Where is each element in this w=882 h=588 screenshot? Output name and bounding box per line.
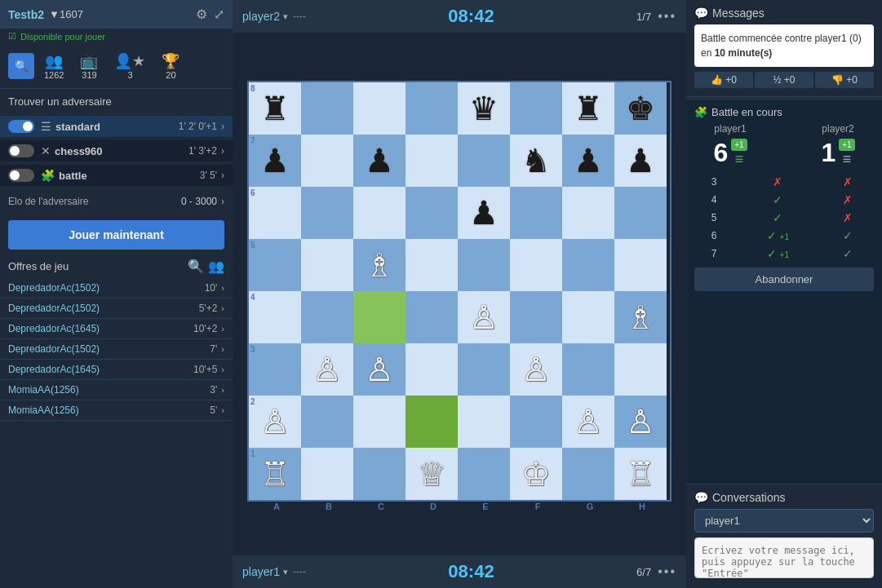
board-cell[interactable]: 1♖ xyxy=(249,448,301,500)
board-cell[interactable]: 8♜ xyxy=(249,82,301,135)
board-cell[interactable]: ♚ xyxy=(614,82,667,135)
board-cell[interactable] xyxy=(406,82,458,135)
board-cell[interactable] xyxy=(510,291,562,343)
board-cell[interactable] xyxy=(406,396,458,448)
board-cell[interactable]: 4 xyxy=(249,291,301,343)
expand-icon[interactable]: ⤢ xyxy=(214,7,224,22)
offer-item[interactable]: DepredadorAc(1645) 10'+5 › xyxy=(0,360,233,380)
board-cell[interactable] xyxy=(562,291,614,343)
board-cell[interactable] xyxy=(458,343,510,396)
board-cell[interactable]: ♙ xyxy=(614,396,667,448)
offer-item[interactable]: MomiaAA(1256) 3' › xyxy=(0,380,233,400)
dislike-button[interactable]: 👎 +0 xyxy=(815,72,874,88)
offer-item[interactable]: DepredadorAc(1502) 10' › xyxy=(0,278,233,298)
offer-item[interactable]: DepredadorAc(1502) 7' › xyxy=(0,339,233,360)
abandon-button[interactable]: Abandonner xyxy=(694,267,874,291)
trophy-nav[interactable]: 🏆 20 xyxy=(155,49,186,83)
tv-nav[interactable]: 📺 319 xyxy=(73,49,104,83)
add-offer-icon[interactable]: 👥 xyxy=(208,259,224,274)
board-cell[interactable] xyxy=(301,135,353,187)
mode-chess960[interactable]: ✕ chess960 1' 3'+2 › xyxy=(0,140,233,161)
offer-arrow: › xyxy=(221,283,224,293)
search-button[interactable]: 🔍 xyxy=(8,53,34,79)
board-cell[interactable]: ♕ xyxy=(406,448,458,500)
offer-item[interactable]: DepredadorAc(1502) 5'+2 › xyxy=(0,298,233,319)
board-cell[interactable]: ♔ xyxy=(510,448,562,500)
board-cell[interactable]: ♖ xyxy=(614,448,667,500)
board-cell[interactable] xyxy=(458,135,510,187)
board-cell[interactable] xyxy=(562,187,614,239)
offer-item[interactable]: DepredadorAc(1645) 10'+2 › xyxy=(0,319,233,339)
board-cell[interactable]: ♟ xyxy=(614,135,667,187)
board-cell[interactable] xyxy=(406,187,458,239)
board-cell[interactable] xyxy=(301,448,353,500)
board-cell[interactable]: ♙ xyxy=(562,396,614,448)
board-cell[interactable] xyxy=(353,187,406,239)
play-button[interactable]: Jouer maintenant xyxy=(8,220,224,250)
board-cell[interactable] xyxy=(301,187,353,239)
board-cell[interactable] xyxy=(301,239,353,291)
friends-nav[interactable]: 👥 1262 xyxy=(38,49,70,83)
user-star-nav[interactable]: 👤★ 3 xyxy=(108,49,152,83)
board-cell[interactable]: ♙ xyxy=(510,343,562,396)
mode-battle[interactable]: 🧩 battle 3' 5' › xyxy=(0,165,233,186)
board-cell[interactable] xyxy=(510,82,562,135)
board-cell[interactable] xyxy=(353,82,406,135)
board-cell[interactable]: 6 xyxy=(249,187,301,239)
toggle-battle[interactable] xyxy=(8,169,34,182)
board-cell[interactable] xyxy=(353,396,406,448)
board-cell[interactable] xyxy=(406,135,458,187)
board-cell[interactable]: ♟ xyxy=(353,135,406,187)
board-cell[interactable] xyxy=(458,448,510,500)
board-cell[interactable] xyxy=(562,448,614,500)
board-cell[interactable]: ♟ xyxy=(458,187,510,239)
board-cell[interactable] xyxy=(458,239,510,291)
board-cell[interactable]: ♙ xyxy=(458,291,510,343)
board-cell[interactable] xyxy=(614,187,667,239)
board-cell[interactable]: ♗ xyxy=(614,291,667,343)
board-cell[interactable] xyxy=(614,343,667,396)
board-cell[interactable] xyxy=(510,239,562,291)
separator xyxy=(686,96,882,97)
board-cell[interactable] xyxy=(353,448,406,500)
board-cell[interactable] xyxy=(458,396,510,448)
board-cell[interactable] xyxy=(562,239,614,291)
board-cell[interactable]: ♛ xyxy=(458,82,510,135)
board-cell[interactable] xyxy=(406,291,458,343)
board-cell[interactable]: ♗ xyxy=(353,239,406,291)
board-cell[interactable]: ♜ xyxy=(562,82,614,135)
board-cell[interactable] xyxy=(510,187,562,239)
half-button[interactable]: ½ +0 xyxy=(755,72,813,88)
board-cell[interactable]: ♙ xyxy=(353,343,406,396)
board-cell[interactable] xyxy=(353,291,406,343)
chess-board: 8♜♛♜♚7♟♟♞♟♟6♟5♗4♙♗3♙♙♙2♙♙♙1♖♕♔♖ xyxy=(247,81,671,502)
board-cell[interactable] xyxy=(614,239,667,291)
bottom-options-button[interactable]: ••• xyxy=(658,564,676,579)
message-input[interactable] xyxy=(694,537,874,578)
board-cell[interactable]: 2♙ xyxy=(249,396,301,448)
board-cell[interactable] xyxy=(406,239,458,291)
like-button[interactable]: 👍 +0 xyxy=(694,72,753,88)
board-cell[interactable] xyxy=(406,343,458,396)
board-cell[interactable]: ♙ xyxy=(301,343,353,396)
board-cell[interactable]: 3 xyxy=(249,343,301,396)
player-select[interactable]: player1 xyxy=(694,509,874,533)
file-d: D xyxy=(407,502,459,511)
top-options-button[interactable]: ••• xyxy=(658,9,676,24)
toggle-standard[interactable] xyxy=(8,120,34,133)
board-cell[interactable] xyxy=(301,291,353,343)
board-cell[interactable] xyxy=(562,343,614,396)
search-offers-icon[interactable]: 🔍 xyxy=(188,259,204,274)
toggle-chess960[interactable] xyxy=(8,144,34,157)
board-cell[interactable]: 5 xyxy=(249,239,301,291)
offer-item[interactable]: MomiaAA(1256) 5' › xyxy=(0,400,233,421)
board-cell[interactable]: 7♟ xyxy=(249,135,301,187)
board-cell[interactable] xyxy=(301,82,353,135)
board-cell[interactable] xyxy=(301,396,353,448)
mode-standard[interactable]: ☰ standard 1' 2' 0'+1 › xyxy=(0,116,233,137)
chess-piece: ♟ xyxy=(260,144,290,177)
board-cell[interactable]: ♟ xyxy=(562,135,614,187)
board-cell[interactable]: ♞ xyxy=(510,135,562,187)
settings-icon[interactable]: ⚙ xyxy=(196,7,207,22)
board-cell[interactable] xyxy=(510,396,562,448)
